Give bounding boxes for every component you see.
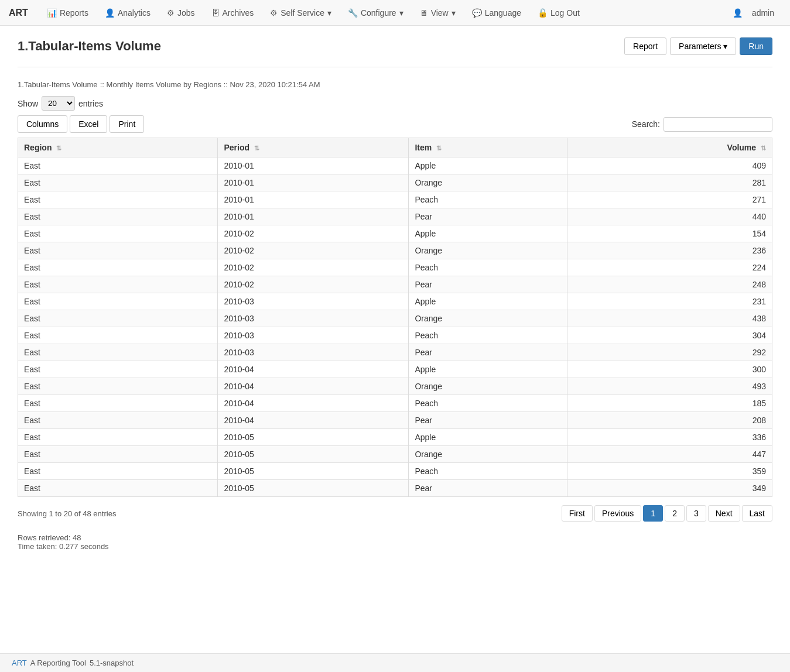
table-row: East 2010-05 Peach 359 [18, 463, 772, 480]
next-page-button[interactable]: Next [708, 505, 740, 522]
nav-jobs[interactable]: ⚙ Jobs [160, 5, 202, 21]
view-icon: 🖥 [420, 8, 428, 18]
analytics-icon: 👤 [105, 8, 115, 18]
cell-volume: 349 [567, 480, 772, 497]
run-button[interactable]: Run [740, 37, 772, 55]
cell-region: East [18, 191, 218, 208]
entries-label: entries [78, 99, 103, 108]
cell-volume: 493 [567, 378, 772, 395]
show-entries: Show 20 10 25 50 100 entries [18, 96, 103, 111]
search-row: Search: [632, 117, 772, 132]
search-input[interactable] [664, 117, 772, 132]
page-2-button[interactable]: 2 [665, 505, 685, 522]
main-content: 1.Tabular-Items Volume Report Parameters… [0, 26, 790, 563]
navbar: ART 📊 Reports 👤 Analytics ⚙ Jobs 🗄 Archi… [0, 0, 790, 26]
cell-period: 2010-03 [218, 310, 409, 327]
nav-logout[interactable]: 🔓 Log Out [531, 5, 587, 21]
cell-region: East [18, 157, 218, 174]
report-button[interactable]: Report [624, 37, 666, 55]
cell-period: 2010-05 [218, 429, 409, 446]
view-caret [452, 8, 456, 18]
table-row: East 2010-02 Orange 236 [18, 242, 772, 259]
col-item[interactable]: Item ⇅ [409, 138, 567, 157]
cell-item: Apple [409, 293, 567, 310]
nav-reports[interactable]: 📊 Reports [40, 5, 95, 21]
table-row: East 2010-04 Orange 493 [18, 378, 772, 395]
volume-sort-icon: ⇅ [761, 145, 766, 152]
report-subtitle: 1.Tabular-Items Volume :: Monthly Items … [18, 79, 772, 89]
cell-region: East [18, 480, 218, 497]
cell-period: 2010-04 [218, 361, 409, 378]
excel-button[interactable]: Excel [70, 115, 107, 133]
cell-item: Peach [409, 327, 567, 344]
cell-region: East [18, 208, 218, 225]
cell-period: 2010-03 [218, 344, 409, 361]
logout-icon: 🔓 [538, 8, 548, 18]
cell-item: Orange [409, 242, 567, 259]
columns-button[interactable]: Columns [18, 115, 67, 133]
cell-volume: 304 [567, 327, 772, 344]
parameters-caret: ▾ [723, 42, 727, 51]
cell-region: East [18, 429, 218, 446]
cell-region: East [18, 327, 218, 344]
cell-item: Pear [409, 480, 567, 497]
app-brand[interactable]: ART [9, 8, 28, 18]
table-row: East 2010-04 Pear 208 [18, 412, 772, 429]
table-row: East 2010-03 Pear 292 [18, 344, 772, 361]
nav-right: 👤 admin [733, 5, 781, 21]
cell-period: 2010-01 [218, 208, 409, 225]
last-page-button[interactable]: Last [742, 505, 772, 522]
table-row: East 2010-01 Peach 271 [18, 191, 772, 208]
nav-analytics[interactable]: 👤 Analytics [98, 5, 158, 21]
cell-region: East [18, 174, 218, 191]
page-title: 1.Tabular-Items Volume [18, 39, 161, 54]
cell-period: 2010-04 [218, 395, 409, 412]
cell-volume: 185 [567, 395, 772, 412]
table-row: East 2010-01 Apple 409 [18, 157, 772, 174]
print-button[interactable]: Print [110, 115, 144, 133]
pagination: First Previous 1 2 3 Next Last [562, 505, 772, 522]
cell-region: East [18, 293, 218, 310]
nav-language[interactable]: 💬 Language [465, 5, 528, 21]
configure-icon: 🔧 [348, 8, 358, 18]
nav-items: 📊 Reports 👤 Analytics ⚙ Jobs 🗄 Archives … [40, 5, 733, 21]
cell-item: Peach [409, 191, 567, 208]
cell-item: Apple [409, 429, 567, 446]
admin-label[interactable]: admin [745, 5, 781, 21]
cell-region: East [18, 446, 218, 463]
table-row: East 2010-01 Orange 281 [18, 174, 772, 191]
table-body: East 2010-01 Apple 409 East 2010-01 Oran… [18, 157, 772, 497]
nav-archives[interactable]: 🗄 Archives [204, 5, 261, 21]
page-1-button[interactable]: 1 [643, 505, 663, 522]
col-region[interactable]: Region ⇅ [18, 138, 218, 157]
item-sort-icon: ⇅ [436, 145, 442, 152]
cell-period: 2010-02 [218, 242, 409, 259]
cell-volume: 438 [567, 310, 772, 327]
cell-item: Apple [409, 157, 567, 174]
cell-region: East [18, 225, 218, 242]
previous-page-button[interactable]: Previous [594, 505, 641, 522]
cell-item: Peach [409, 463, 567, 480]
nav-selfservice[interactable]: ⚙ Self Service [263, 5, 338, 21]
page-3-button[interactable]: 3 [686, 505, 706, 522]
nav-configure[interactable]: 🔧 Configure [341, 5, 411, 21]
cell-volume: 336 [567, 429, 772, 446]
col-volume[interactable]: Volume ⇅ [567, 138, 772, 157]
nav-view[interactable]: 🖥 View [413, 5, 463, 21]
cell-item: Pear [409, 208, 567, 225]
first-page-button[interactable]: First [562, 505, 593, 522]
cell-volume: 248 [567, 276, 772, 293]
col-period[interactable]: Period ⇅ [218, 138, 409, 157]
entries-select[interactable]: 20 10 25 50 100 [42, 96, 75, 111]
cell-item: Orange [409, 378, 567, 395]
header-buttons: Report Parameters ▾ Run [624, 37, 772, 55]
table-row: East 2010-05 Apple 336 [18, 429, 772, 446]
admin-icon: 👤 [733, 8, 743, 18]
archives-icon: 🗄 [211, 8, 220, 18]
time-taken: Time taken: 0.277 seconds [18, 542, 772, 551]
table-row: East 2010-02 Pear 248 [18, 276, 772, 293]
cell-item: Apple [409, 225, 567, 242]
cell-region: East [18, 412, 218, 429]
rows-retrieved: Rows retrieved: 48 [18, 533, 772, 542]
parameters-button[interactable]: Parameters ▾ [670, 37, 736, 55]
